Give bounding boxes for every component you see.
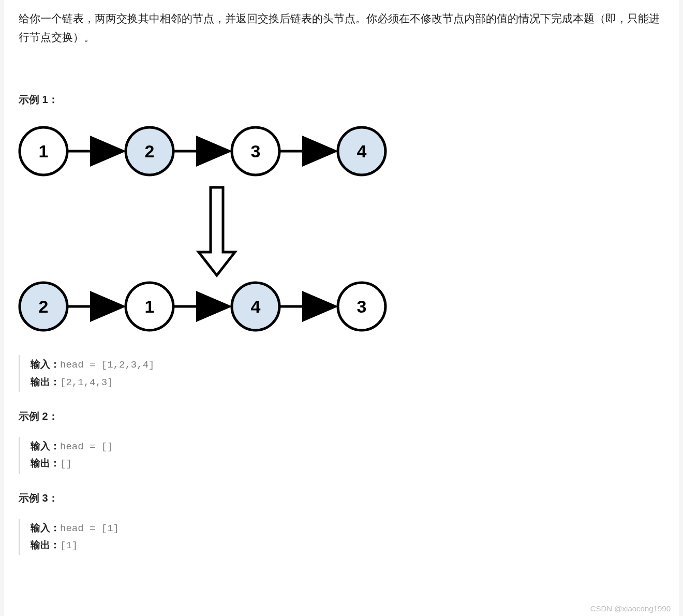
node-4-label: 4 — [357, 141, 367, 161]
node-2b-label: 2 — [39, 297, 49, 316]
watermark: CSDN @xiaocong1990 — [590, 604, 671, 613]
example-3-io: 输入：head = [1] 输出：[1] — [19, 519, 664, 555]
example-1-title: 示例 1： — [19, 93, 664, 107]
example-2-io: 输入：head = [] 输出：[] — [19, 437, 664, 474]
problem-description: 给你一个链表，两两交换其中相邻的节点，并返回交换后链表的头节点。你必须在不修改节… — [19, 9, 664, 46]
input-label: 输入： — [31, 441, 60, 451]
input-value: head = [] — [60, 441, 113, 452]
output-value: [] — [60, 458, 72, 470]
example-2-title: 示例 2： — [19, 409, 664, 423]
example-2-input: 输入：head = [] — [31, 438, 664, 455]
node-4b-label: 4 — [251, 297, 261, 316]
node-1-label: 1 — [39, 141, 49, 161]
diagram-top-row: 1 2 3 4 — [20, 127, 385, 175]
diagram-bottom-row: 2 1 4 3 — [20, 283, 385, 330]
example-2-output: 输出：[] — [31, 455, 664, 472]
example-1-io: 输入：head = [1,2,3,4] 输出：[2,1,4,3] — [19, 355, 664, 392]
output-label: 输出： — [31, 458, 60, 468]
node-2-label: 2 — [145, 141, 155, 161]
example-3-output: 输出：[1] — [31, 537, 664, 554]
output-label: 输出： — [31, 376, 60, 387]
example-1-output: 输出：[2,1,4,3] — [31, 374, 664, 391]
node-3-label: 3 — [251, 141, 261, 161]
input-label: 输入： — [31, 522, 60, 533]
node-1b-label: 1 — [145, 297, 155, 316]
example-3-title: 示例 3： — [19, 491, 664, 505]
output-value: [2,1,4,3] — [60, 377, 113, 388]
example-3-input: 输入：head = [1] — [31, 520, 664, 537]
output-label: 输出： — [31, 539, 60, 550]
input-value: head = [1,2,3,4] — [60, 359, 154, 371]
example-1-input: 输入：head = [1,2,3,4] — [31, 356, 664, 373]
output-value: [1] — [60, 540, 78, 551]
problem-page: 给你一个链表，两两交换其中相邻的节点，并返回交换后链表的头节点。你必须在不修改节… — [4, 0, 679, 616]
input-value: head = [1] — [60, 523, 119, 534]
input-label: 输入： — [31, 359, 60, 370]
linked-list-diagram: 1 2 3 4 2 1 — [7, 120, 664, 340]
down-arrow-icon — [199, 187, 235, 275]
node-3b-label: 3 — [357, 297, 367, 316]
